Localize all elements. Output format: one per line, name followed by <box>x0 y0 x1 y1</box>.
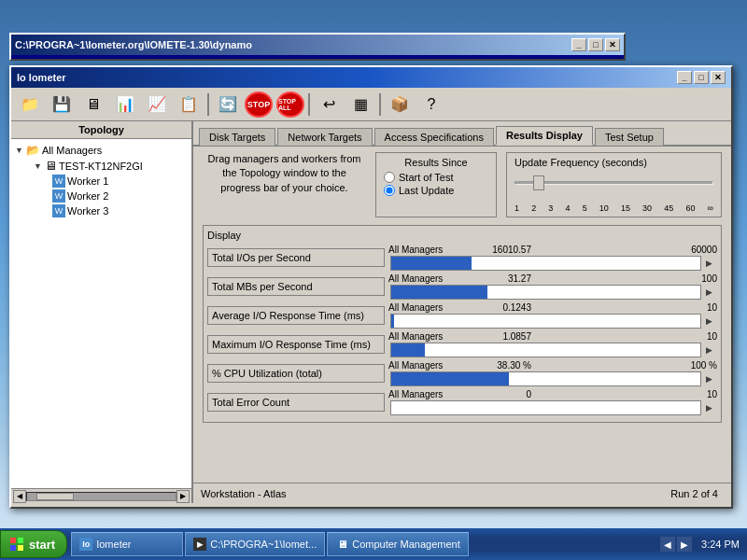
toolbar-package-btn[interactable]: 📦 <box>385 91 415 118</box>
metric-expand-btn-1[interactable]: ▶ <box>706 287 717 297</box>
metric-max-2: 10 <box>670 302 717 313</box>
scrollbar-thumb[interactable] <box>36 493 74 500</box>
radio-start-of-test-input[interactable] <box>384 172 395 183</box>
tab-access-specs[interactable]: Access Specifications <box>374 128 494 146</box>
start-button[interactable]: start <box>0 530 67 558</box>
metric-right-1: All Managers 31.27 100 ▶ <box>388 273 717 300</box>
taskbar-iometer-icon: Io <box>79 538 92 551</box>
update-freq-slider[interactable] <box>514 172 713 200</box>
iometer-maximize-btn[interactable]: □ <box>694 71 709 84</box>
metric-expand-btn-5[interactable]: ▶ <box>706 403 717 413</box>
svg-rect-0 <box>10 538 16 543</box>
expand-all-managers[interactable]: ▼ <box>15 146 24 155</box>
radio-start-of-test[interactable]: Start of Test <box>384 172 488 183</box>
toolbar-separator-3 <box>379 93 381 116</box>
start-windows-icon <box>8 536 25 553</box>
metric-label-0: Total I/Os per Second <box>207 248 385 267</box>
metric-value-4: 38.30 % <box>466 360 531 371</box>
slider-label-5: 5 <box>583 203 587 213</box>
toolbar-grid-btn[interactable]: ▦ <box>345 91 375 118</box>
iometer-minimize-btn[interactable]: _ <box>677 71 692 84</box>
metric-bar-container-2 <box>390 314 701 329</box>
iometer-close-btn[interactable]: ✕ <box>711 71 726 84</box>
metric-bar-4 <box>391 372 509 385</box>
tree-worker-2[interactable]: W Worker 2 <box>52 189 188 203</box>
expand-computer[interactable]: ▼ <box>34 161 43 171</box>
metric-label-5: Total Error Count <box>207 393 385 412</box>
toolbar-back-btn[interactable]: ↩ <box>314 91 344 118</box>
toolbar-open-btn[interactable]: 📁 <box>15 91 45 118</box>
tree-worker-3[interactable]: W Worker 3 <box>52 203 188 218</box>
toolbar-chart-btn[interactable]: 📊 <box>110 91 140 118</box>
radio-last-update[interactable]: Last Update <box>384 185 488 196</box>
slider-thumb[interactable] <box>533 175 544 190</box>
toolbar-clipboard-btn[interactable]: 📋 <box>174 91 204 118</box>
toolbar-computer-btn[interactable]: 🖥 <box>78 91 108 118</box>
metric-max-0: 60000 <box>670 245 717 255</box>
metric-manager-5: All Managers <box>388 389 463 399</box>
taskbar-time: 3:24 PM <box>701 539 740 550</box>
toolbar-separator-2 <box>308 93 310 116</box>
tab-network-targets[interactable]: Network Targets <box>277 128 372 146</box>
radio-start-of-test-label: Start of Test <box>399 172 454 183</box>
cmd-close-btn[interactable]: ✕ <box>605 38 620 51</box>
tree-computer[interactable]: ▼ 🖥 TEST-KT12NF2GI <box>34 158 188 174</box>
metric-expand-btn-3[interactable]: ▶ <box>706 345 717 355</box>
slider-label-2: 2 <box>531 203 536 213</box>
slider-label-inf: ∞ <box>708 203 713 213</box>
tree-worker-1[interactable]: W Worker 1 <box>52 174 188 189</box>
desktop: C:\PROGRA~1\Iometer.org\IOMETE-1.30\dyna… <box>0 0 747 560</box>
taskbar-iometer[interactable]: Io Iometer <box>71 532 183 556</box>
tab-test-setup[interactable]: Test Setup <box>595 128 664 146</box>
metric-value-3: 1.0857 <box>466 331 531 342</box>
toolbar-refresh-btn[interactable]: 🔄 <box>213 91 243 118</box>
nav-right-btn[interactable]: ▶ <box>677 537 692 552</box>
metric-expand-btn-2[interactable]: ▶ <box>706 316 717 326</box>
toolbar-save-btn[interactable]: 💾 <box>47 91 77 118</box>
toolbar-separator-1 <box>207 93 209 116</box>
scrollbar-track[interactable] <box>26 492 176 501</box>
taskbar-cmd-icon: ▶ <box>193 538 206 551</box>
topology-header: Topology <box>11 121 191 139</box>
cmd-window-buttons[interactable]: _ □ ✕ <box>571 38 620 51</box>
metrics-container: Total I/Os per Second All Managers 16010… <box>207 245 717 415</box>
metric-bar-3 <box>391 343 425 357</box>
slider-label-10: 10 <box>599 203 609 213</box>
taskbar-computer-mgmt[interactable]: 🖥 Computer Management <box>327 532 469 556</box>
metric-expand-btn-0[interactable]: ▶ <box>706 259 717 268</box>
metric-right-5: All Managers 0 10 ▶ <box>388 389 717 415</box>
toolbar-stopall-btn[interactable]: STOP ALL <box>276 91 304 118</box>
results-since-panel: Results Since Start of Test Last Update <box>375 152 497 217</box>
cmd-window: C:\PROGRA~1\Iometer.org\IOMETE-1.30\dyna… <box>9 33 626 61</box>
scroll-left-btn[interactable]: ◀ <box>13 490 26 503</box>
metric-bar-container-3 <box>390 343 701 357</box>
toolbar: 📁 💾 🖥 📊 📈 📋 🔄 STOP STOP ALL ↩ ▦ 📦 ? <box>11 88 731 121</box>
cmd-maximize-btn[interactable]: □ <box>588 38 603 51</box>
metric-bar-0 <box>391 257 472 270</box>
worker-1-label: Worker 1 <box>67 175 108 187</box>
toolbar-report-btn[interactable]: 📈 <box>142 91 172 118</box>
computer-label: TEST-KT12NF2GI <box>59 161 143 172</box>
cmd-minimize-btn[interactable]: _ <box>571 38 586 51</box>
iometer-window-buttons[interactable]: _ □ ✕ <box>677 71 726 84</box>
right-panel: Disk Targets Network Targets Access Spec… <box>193 121 731 503</box>
toolbar-help-btn[interactable]: ? <box>416 91 446 118</box>
results-since-section: Drag managers and workers from the Topol… <box>203 152 722 217</box>
nav-arrows[interactable]: ◀ ▶ <box>660 537 692 552</box>
tree-all-managers[interactable]: ▼ 📂 All Managers <box>15 143 188 158</box>
cmd-titlebar: C:\PROGRA~1\Iometer.org\IOMETE-1.30\dyna… <box>11 35 624 55</box>
scroll-right-btn[interactable]: ▶ <box>176 490 190 503</box>
tab-results-display[interactable]: Results Display <box>496 126 593 146</box>
metric-expand-btn-4[interactable]: ▶ <box>706 374 717 384</box>
radio-last-update-input[interactable] <box>384 185 395 196</box>
tab-disk-targets[interactable]: Disk Targets <box>199 128 275 146</box>
metric-row-2: Average I/O Response Time (ms) All Manag… <box>207 302 717 329</box>
nav-left-btn[interactable]: ◀ <box>660 537 675 552</box>
metric-bar-1 <box>391 286 487 299</box>
slider-label-4: 4 <box>565 203 570 213</box>
worker-children: W Worker 1 W Worker 2 W Worker 3 <box>52 174 188 218</box>
metric-manager-2: All Managers <box>388 302 463 313</box>
metric-bar-container-0 <box>390 256 701 271</box>
toolbar-stop-btn[interactable]: STOP <box>245 91 273 118</box>
taskbar-cmd[interactable]: ▶ C:\PROGRA~1\Iomet... <box>185 532 325 556</box>
